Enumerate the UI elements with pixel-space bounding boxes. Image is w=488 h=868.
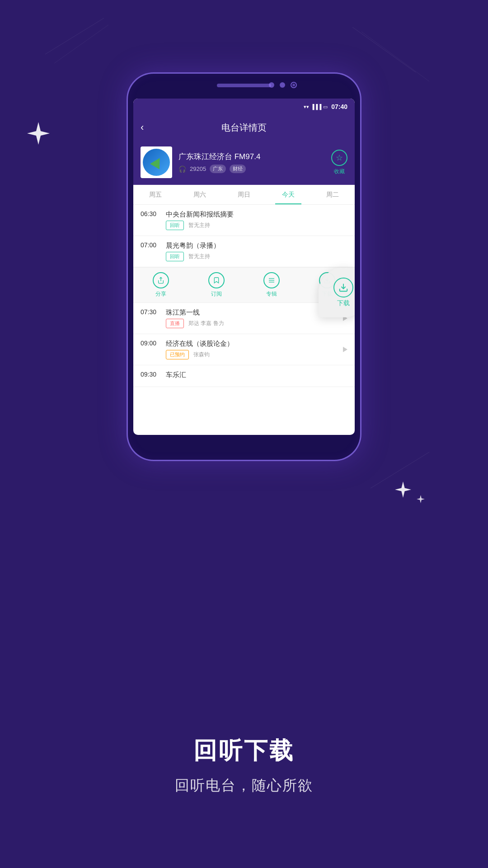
- phone-frame: ▾▾ ▐▐▐ ▭ 07:40 ‹ 电台详情页 广东珠江经济台: [127, 72, 361, 461]
- tab-saturday[interactable]: 周六: [178, 185, 222, 204]
- wifi-icon: ▾▾: [304, 104, 309, 110]
- page-title: 电台详情页: [221, 122, 267, 134]
- station-logo-inner: [143, 149, 170, 176]
- sparkle-decoration-2: [395, 481, 411, 498]
- program-item-5[interactable]: 09:30 车乐汇: [133, 365, 355, 387]
- phone-dot-2: [280, 82, 285, 88]
- program-badge-3[interactable]: 直播: [166, 319, 184, 328]
- phone-mockup: ▾▾ ▐▐▐ ▭ 07:40 ‹ 电台详情页 广东珠江经济台: [127, 72, 361, 461]
- logo-arrow: [150, 155, 164, 169]
- star-icon: ☆: [331, 150, 347, 166]
- phone-dot-1: [269, 82, 274, 88]
- phone-camera-area: [269, 82, 297, 88]
- app-header: ‹ 电台详情页: [133, 115, 355, 140]
- station-details: 广东珠江经济台 FM97.4 🎧 29205 广东 财经: [178, 151, 325, 173]
- status-icons: ▾▾ ▐▐▐ ▭: [304, 104, 328, 110]
- back-button[interactable]: ‹: [141, 122, 144, 133]
- play-arrow-4: [343, 347, 347, 352]
- program-name-4: 经济在线（谈股论金）: [166, 340, 347, 348]
- headphone-icon: 🎧: [178, 165, 186, 173]
- program-item-1[interactable]: 06:30 中央台新闻和报纸摘要 回听 暂无主持: [133, 205, 355, 236]
- tag-caijing: 财经: [230, 165, 246, 173]
- program-badge-2[interactable]: 回听: [166, 252, 184, 261]
- program-badge-4[interactable]: 已预约: [166, 350, 189, 359]
- program-time-4: 09:00: [141, 340, 160, 347]
- favorite-label: 收藏: [334, 168, 345, 175]
- action-download[interactable]: 下载 下载: [300, 272, 355, 298]
- program-time-2: 07:00: [141, 241, 160, 249]
- station-info: 广东珠江经济台 FM97.4 🎧 29205 广东 财经 ☆ 收藏: [133, 140, 355, 185]
- signal-icon: ▐▐▐: [311, 104, 321, 109]
- share-icon: [153, 272, 169, 288]
- program-name-5: 车乐汇: [166, 371, 347, 379]
- svg-line-1: [361, 32, 429, 81]
- status-time: 07:40: [331, 103, 347, 110]
- action-subscribe[interactable]: 订阅: [189, 272, 244, 298]
- tooltip-download-icon: [333, 278, 353, 297]
- listener-count: 29205: [190, 165, 206, 172]
- svg-line-0: [352, 27, 416, 72]
- program-item-2[interactable]: 07:00 晨光粤韵（录播） 回听 暂无主持: [133, 236, 355, 267]
- main-title: 回听下载: [193, 735, 295, 767]
- album-label: 专辑: [266, 290, 277, 298]
- tab-tuesday[interactable]: 周二: [310, 185, 355, 204]
- station-meta: 🎧 29205 广东 财经: [178, 165, 325, 173]
- program-name-1: 中央台新闻和报纸摘要: [166, 210, 347, 219]
- phone-screen: ▾▾ ▐▐▐ ▭ 07:40 ‹ 电台详情页 广东珠江经济台: [133, 99, 355, 435]
- favorite-button[interactable]: ☆ 收藏: [331, 150, 347, 175]
- program-host-3: 郑达 李嘉 鲁力: [188, 320, 224, 327]
- tab-friday[interactable]: 周五: [133, 185, 178, 204]
- program-time-5: 09:30: [141, 371, 160, 378]
- album-icon: [263, 272, 280, 288]
- battery-icon: ▭: [323, 104, 328, 110]
- station-logo: [141, 146, 172, 178]
- tooltip-label: 下载: [337, 299, 350, 307]
- tag-guangdong: 广东: [210, 165, 226, 173]
- phone-camera: [291, 82, 297, 88]
- action-album[interactable]: 专辑: [244, 272, 300, 298]
- program-host-1: 暂无主持: [188, 222, 210, 229]
- svg-line-3: [54, 25, 108, 63]
- subscribe-icon: [208, 272, 225, 288]
- action-bar: 分享 订阅: [133, 267, 355, 303]
- sparkle-decoration-1: [27, 122, 50, 145]
- status-bar: ▾▾ ▐▐▐ ▭ 07:40: [133, 99, 355, 115]
- program-host-4: 张森钧: [193, 351, 210, 359]
- phone-speaker: [217, 84, 271, 87]
- station-name: 广东珠江经济台 FM97.4: [178, 151, 325, 162]
- tab-sunday[interactable]: 周日: [222, 185, 266, 204]
- svg-line-4: [371, 452, 429, 488]
- program-name-2: 晨光粤韵（录播）: [166, 241, 347, 250]
- program-item-4[interactable]: 09:00 经济在线（谈股论金） 已预约 张森钧: [133, 334, 355, 365]
- action-share[interactable]: 分享: [133, 272, 189, 298]
- svg-line-2: [45, 18, 104, 54]
- sparkle-decoration-3: [417, 495, 425, 503]
- bottom-section: 回听下载 回听电台，随心所欲: [0, 735, 488, 796]
- share-label: 分享: [155, 290, 166, 298]
- day-tabs: 周五 周六 周日 今天 周二: [133, 185, 355, 205]
- sub-title: 回听电台，随心所欲: [175, 776, 313, 796]
- program-badge-1[interactable]: 回听: [166, 221, 184, 230]
- subscribe-label: 订阅: [211, 290, 222, 298]
- program-host-2: 暂无主持: [188, 253, 210, 260]
- program-time-1: 06:30: [141, 210, 160, 217]
- tab-today[interactable]: 今天: [266, 185, 310, 204]
- program-time-3: 07:30: [141, 308, 160, 316]
